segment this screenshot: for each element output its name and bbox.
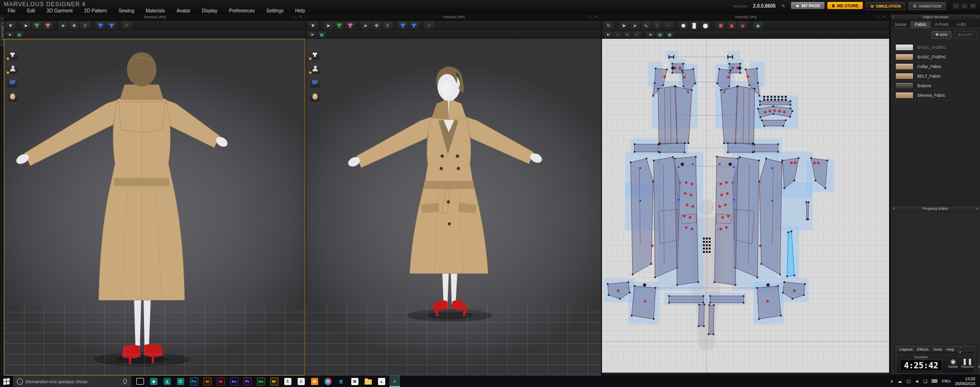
pin-box-button[interactable]: ✥ bbox=[372, 22, 381, 30]
pattern-point[interactable] bbox=[759, 100, 760, 102]
taskbar-icon-store[interactable]: ⊞ bbox=[349, 376, 360, 387]
taskbar-icon-camtasia-recorder[interactable]: C bbox=[390, 376, 400, 387]
pattern-point[interactable] bbox=[653, 159, 654, 161]
delete-button[interactable]: ◉Delete bbox=[946, 358, 960, 368]
tab-scene[interactable]: Scene bbox=[891, 21, 911, 28]
pattern-piece-center-front-right[interactable] bbox=[714, 157, 738, 285]
pattern-piece-sliver[interactable] bbox=[806, 202, 809, 219]
pattern-point[interactable] bbox=[760, 263, 762, 264]
pattern-piece-back-side-right[interactable] bbox=[759, 159, 782, 274]
window-controls[interactable]: ─□✕ bbox=[953, 3, 976, 9]
taskbar-icon-pose-app-1[interactable]: λ bbox=[282, 376, 293, 387]
menu-item-help[interactable]: Help bbox=[290, 8, 311, 14]
pattern-piece-flap-left[interactable] bbox=[632, 286, 656, 319]
pattern-point[interactable] bbox=[777, 143, 779, 145]
circle-tool-button[interactable]: ⬤ bbox=[701, 22, 710, 30]
dart-tool-button[interactable]: ◆ bbox=[753, 22, 763, 30]
button-cluster-dot[interactable] bbox=[706, 244, 708, 246]
pattern-piece-button-strip[interactable] bbox=[760, 101, 791, 105]
pattern-point[interactable] bbox=[752, 151, 753, 153]
marquee-box-button[interactable]: ▦ bbox=[15, 32, 23, 38]
taskbar-icon-indesign[interactable]: Id bbox=[215, 376, 226, 387]
pattern-point[interactable] bbox=[716, 82, 718, 84]
pattern-point[interactable] bbox=[758, 159, 759, 161]
right-arrow-icon[interactable]: ▸ bbox=[977, 206, 979, 211]
select-box-2d-button[interactable]: ➤ bbox=[646, 32, 655, 38]
pattern-point[interactable] bbox=[708, 304, 710, 306]
dart-point-blue[interactable] bbox=[733, 166, 735, 168]
pattern-piece-belt-center-left[interactable] bbox=[669, 296, 703, 303]
pattern-point[interactable] bbox=[695, 156, 696, 157]
pattern-point[interactable] bbox=[737, 158, 738, 159]
add-point-button[interactable]: ▫ bbox=[663, 22, 673, 30]
button-cluster-dot[interactable] bbox=[706, 248, 708, 250]
microphone-icon[interactable] bbox=[123, 379, 127, 384]
simulate-button[interactable]: ▼ bbox=[308, 22, 318, 30]
canvas-2d-pattern[interactable] bbox=[602, 39, 889, 373]
pattern-piece-belt-outer-left[interactable] bbox=[635, 144, 658, 152]
taskbar-icon-after-effects[interactable]: Ae bbox=[229, 376, 239, 387]
button-cluster-dot[interactable] bbox=[709, 251, 711, 253]
pattern-piece-belt-center-right[interactable] bbox=[710, 296, 744, 303]
button-cluster-dot[interactable] bbox=[703, 248, 705, 250]
button-cluster-dot[interactable] bbox=[703, 251, 705, 253]
pattern-point[interactable] bbox=[730, 69, 731, 71]
detach-sewing-button[interactable]: ⌐ bbox=[633, 32, 641, 38]
tray-volume[interactable]: ◄ bbox=[914, 379, 919, 384]
show-garment-toggle[interactable] bbox=[310, 49, 320, 60]
pattern-point[interactable] bbox=[745, 68, 746, 70]
menu-item-3d-garment[interactable]: 3D Garment bbox=[41, 8, 78, 14]
button-grid-dot[interactable] bbox=[763, 96, 765, 98]
pattern-point[interactable] bbox=[727, 142, 728, 144]
pattern-point[interactable] bbox=[803, 294, 804, 296]
marquee-select-button[interactable]: ➤ bbox=[308, 32, 316, 38]
pattern-point[interactable] bbox=[790, 104, 791, 105]
pattern-point[interactable] bbox=[668, 295, 669, 296]
select-garment-button[interactable] bbox=[32, 22, 42, 30]
pattern-piece-flap-right[interactable] bbox=[757, 286, 781, 319]
edit-curve-point-button[interactable]: ∴ bbox=[652, 22, 662, 30]
pattern-point[interactable] bbox=[698, 304, 700, 305]
pattern-point[interactable] bbox=[702, 302, 704, 303]
pattern-point[interactable] bbox=[758, 318, 759, 319]
pin-tool-button[interactable]: ➤ bbox=[58, 22, 68, 30]
button-grid-dot[interactable] bbox=[785, 96, 787, 98]
pattern-piece-sleeve-under-right[interactable] bbox=[721, 87, 737, 143]
button-cluster-dot[interactable] bbox=[706, 251, 708, 253]
pattern-point[interactable] bbox=[716, 156, 717, 157]
pattern-point[interactable] bbox=[634, 143, 635, 145]
recorder-window-controls[interactable]: － ✕ bbox=[958, 345, 968, 354]
animation-button[interactable]: ✇ANIMATION bbox=[908, 2, 946, 10]
taskbar-icon-app-m[interactable]: M bbox=[309, 376, 320, 387]
pattern-point[interactable] bbox=[692, 68, 694, 69]
pattern-piece-vstrip-right[interactable] bbox=[709, 305, 714, 334]
dart-point-blue[interactable] bbox=[692, 163, 694, 165]
edit-pattern-button[interactable]: ➤ bbox=[630, 22, 640, 30]
canvas-3d-back[interactable]: W bbox=[4, 39, 305, 376]
pattern-point[interactable] bbox=[757, 276, 758, 278]
show-avatar-toggle[interactable] bbox=[310, 63, 320, 74]
pattern-point[interactable] bbox=[713, 333, 714, 335]
pattern-point[interactable] bbox=[709, 302, 711, 303]
button-grid-dot[interactable] bbox=[770, 96, 772, 98]
pattern-point[interactable] bbox=[653, 318, 654, 319]
pattern-piece-sleeve-under-left[interactable] bbox=[676, 87, 692, 143]
pattern-point[interactable] bbox=[756, 287, 757, 288]
language-indicator[interactable]: FRA bbox=[942, 379, 950, 384]
show-head-toggle[interactable] bbox=[7, 91, 18, 102]
pattern-point[interactable] bbox=[691, 89, 692, 91]
taskbar-icon-pose-app-2[interactable]: λ bbox=[296, 376, 306, 387]
viewport-window-controls[interactable]: □ ✕ bbox=[293, 15, 303, 19]
pattern-point[interactable] bbox=[657, 151, 659, 152]
pattern-point[interactable] bbox=[668, 302, 669, 303]
pattern-point[interactable] bbox=[703, 304, 705, 305]
edit-curvature-button[interactable]: ∿ bbox=[641, 22, 651, 30]
button-grid-dot[interactable] bbox=[781, 99, 783, 101]
pattern-point[interactable] bbox=[684, 142, 685, 144]
resume-button[interactable]: ❚❚Resume bbox=[960, 358, 975, 368]
viewport-window-controls[interactable]: □ ✕ bbox=[589, 15, 599, 19]
avatar-tape-button[interactable]: ⚲ bbox=[80, 22, 90, 30]
show-fabric-toggle[interactable]: W bbox=[7, 77, 18, 88]
property-editor-header[interactable]: ◂ Property Editor ▸ bbox=[891, 205, 980, 213]
pattern-point[interactable] bbox=[810, 157, 812, 159]
